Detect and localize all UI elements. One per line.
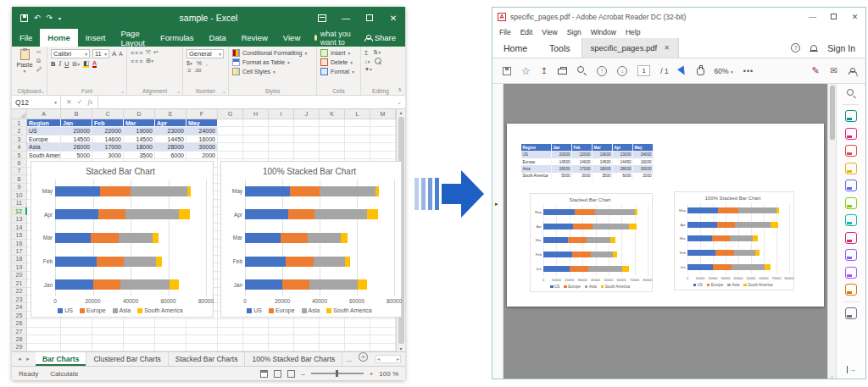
grid-cell[interactable]	[243, 319, 269, 327]
grid-cell[interactable]	[345, 135, 370, 143]
grid-cell[interactable]	[124, 344, 155, 351]
grid-cell[interactable]: 3500	[124, 152, 155, 159]
grid-cell[interactable]	[294, 143, 320, 151]
page-layout-view-icon[interactable]	[274, 370, 281, 378]
format-painter-icon[interactable]: 🖉	[36, 66, 42, 72]
grid-cell[interactable]	[218, 143, 243, 151]
ribbon-tab-formulas[interactable]: Formulas	[153, 29, 202, 47]
document-canvas[interactable]: RegionJanFebMarAprMayUS20000220001900023…	[504, 84, 827, 379]
grid-cell[interactable]	[370, 328, 396, 335]
grid-cell[interactable]	[294, 135, 320, 143]
enter-entry-icon[interactable]: ✓	[77, 98, 83, 106]
new-sheet-icon[interactable]: +	[359, 352, 368, 362]
grid-cell[interactable]	[320, 328, 345, 335]
combine-files-icon[interactable]	[845, 180, 857, 191]
grid-cell[interactable]	[370, 143, 396, 151]
formula-input[interactable]	[98, 96, 393, 108]
column-header-K[interactable]: K	[320, 109, 345, 119]
row-header-8[interactable]: 8	[12, 175, 27, 183]
star-favorites-icon[interactable]: ☆	[521, 65, 531, 77]
column-header-E[interactable]: E	[155, 109, 186, 119]
grid-cell[interactable]	[370, 152, 396, 159]
grid-cell[interactable]	[61, 328, 92, 335]
customize-quick-access-icon[interactable]: ▾	[58, 15, 61, 21]
grid-cell[interactable]	[218, 335, 243, 343]
number-dialog-launcher[interactable]: ⌄	[222, 88, 226, 94]
row-header-4[interactable]: 4	[12, 143, 27, 151]
sheet-nav-right-icon[interactable]: ►	[25, 357, 31, 362]
collapse-ribbon-icon[interactable]: ∧	[398, 86, 402, 93]
cell-styles-button[interactable]: Cell Styles	[242, 69, 270, 75]
grid-cell[interactable]	[243, 335, 269, 343]
grid-cell[interactable]: May	[186, 119, 218, 127]
row-header-19[interactable]: 19	[12, 263, 27, 271]
shrink-font-icon[interactable]: A	[119, 51, 122, 57]
conditional-formatting-button[interactable]: Conditional Formatting	[242, 50, 302, 56]
column-header-J[interactable]: J	[294, 109, 320, 119]
notifications-bell-icon[interactable]	[810, 45, 817, 51]
grid-cell[interactable]: 26000	[61, 143, 92, 151]
row-header-28[interactable]: 28	[12, 335, 27, 343]
row-header-11[interactable]: 11	[12, 200, 27, 207]
share-upload-icon[interactable]: ↥	[541, 66, 548, 75]
grid-cell[interactable]	[269, 335, 294, 343]
grid-cell[interactable]	[294, 335, 320, 343]
scrollbar-thumb[interactable]	[830, 86, 835, 140]
more-tools-icon[interactable]	[845, 284, 857, 296]
grid-cell[interactable]	[61, 344, 92, 351]
row-header-16[interactable]: 16	[12, 240, 27, 247]
grid-cell[interactable]	[345, 119, 370, 127]
signature-pen-icon[interactable]: ✎	[811, 65, 819, 76]
grid-cell[interactable]	[320, 344, 345, 351]
page-break-view-icon[interactable]	[287, 370, 295, 378]
grid-cell[interactable]: 2000	[186, 152, 218, 159]
grid-cell[interactable]: Europe	[27, 135, 61, 143]
grid-cell[interactable]	[269, 344, 294, 351]
print-icon[interactable]	[558, 69, 567, 75]
sheet-tab-100%-stacked-bar-charts[interactable]: 100% Stacked Bar Charts	[245, 352, 342, 366]
column-header-M[interactable]: M	[370, 109, 396, 119]
accounting-format-icon[interactable]: $▾	[186, 60, 192, 66]
status-calculate[interactable]: Calculate	[50, 370, 78, 378]
bold-button[interactable]: B	[51, 60, 55, 68]
expand-tools-panel-icon[interactable]: →	[847, 366, 856, 373]
sheet-overflow-label[interactable]: ...	[342, 352, 355, 366]
row-header-9[interactable]: 9	[12, 184, 27, 191]
grid-cell[interactable]	[345, 319, 370, 327]
row-header-6[interactable]: 6	[12, 159, 27, 167]
menu-item-sign[interactable]: Sign	[567, 28, 581, 36]
sort-filter-icon[interactable]: ⇅▾	[373, 49, 381, 56]
sign-in-button[interactable]: Sign In	[827, 43, 855, 53]
ribbon-tab-insert[interactable]: Insert	[78, 29, 114, 47]
grid-cell[interactable]	[370, 119, 396, 127]
tab-tools[interactable]: Tools	[538, 38, 581, 58]
ribbon-tab-data[interactable]: Data	[202, 29, 234, 47]
grid-cell[interactable]	[155, 335, 186, 343]
grid-cell[interactable]	[269, 135, 294, 143]
protect-icon[interactable]	[845, 249, 857, 261]
grid-cell[interactable]	[27, 344, 61, 351]
grid-cell[interactable]	[345, 344, 370, 351]
grid-cell[interactable]: 30000	[186, 143, 218, 151]
request-signatures-icon[interactable]: +	[849, 66, 855, 76]
grid-cell[interactable]	[92, 335, 124, 343]
grid-cell[interactable]	[27, 319, 61, 327]
close-icon[interactable]: ✕	[381, 7, 405, 29]
grid-cell[interactable]: 19000	[124, 127, 155, 135]
sheet-tab-clustered-bar-charts[interactable]: Clustered Bar Charts	[86, 352, 168, 366]
grid-cell[interactable]: 14500	[61, 135, 92, 143]
tools-gear-icon[interactable]	[845, 307, 857, 319]
grid-cell[interactable]	[186, 319, 218, 327]
fill-sign-icon[interactable]	[845, 232, 857, 244]
column-header-D[interactable]: D	[124, 109, 155, 119]
grid-cell[interactable]	[345, 127, 370, 135]
redo-icon[interactable]: ↷	[47, 14, 53, 22]
grid-cell[interactable]	[294, 328, 320, 335]
grid-cell[interactable]: 24000	[186, 127, 218, 135]
ribbon-tab-view[interactable]: View	[275, 29, 308, 47]
grid-cell[interactable]	[345, 152, 370, 159]
close-icon[interactable]: ✕	[844, 8, 865, 25]
row-header-1[interactable]: 1	[12, 119, 27, 127]
wrap-text-icon[interactable]: ↩	[153, 49, 159, 56]
tab-home[interactable]: Home	[492, 38, 538, 58]
